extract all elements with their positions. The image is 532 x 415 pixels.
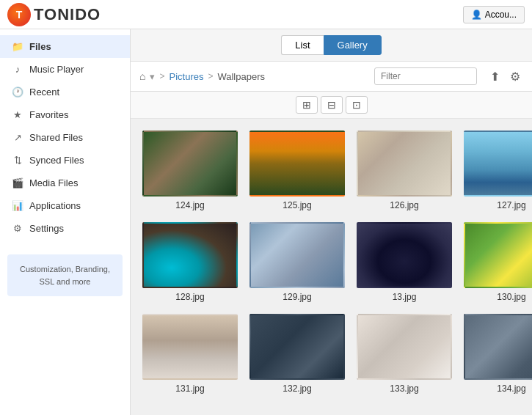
thumbnail-129 (249, 222, 345, 288)
header: T TONIDO 👤 Accou... (0, 0, 532, 29)
sidebar-item-applications[interactable]: 📊 Applications (0, 194, 130, 217)
recent-icon: 🕐 (12, 87, 23, 98)
applications-icon: 📊 (12, 200, 23, 211)
breadcrumb-bar: ⌂ ▾ > Pictures > Wallpapers ⬆ ⚙ (131, 62, 532, 92)
thumbnail-126 (357, 131, 452, 197)
sidebar: 📁 Files ♪ Music Player 🕐 Recent ★ Favori… (0, 29, 131, 415)
sync-icon: ⇅ (12, 155, 23, 166)
filter-input[interactable] (374, 67, 477, 85)
filename-125: 125.jpg (283, 200, 311, 210)
breadcrumb-pictures[interactable]: Pictures (169, 71, 203, 82)
list-item[interactable]: 125.jpg (249, 131, 345, 210)
sidebar-label-files: Files (29, 41, 51, 52)
sidebar-item-synced-files[interactable]: ⇅ Synced Files (0, 149, 130, 172)
sidebar-item-music-player[interactable]: ♪ Music Player (0, 58, 130, 81)
files-icon: 📁 (12, 41, 23, 52)
thumbnail-130 (464, 222, 532, 288)
filename-127: 127.jpg (497, 200, 525, 210)
sidebar-label-applications: Applications (29, 200, 81, 211)
list-item[interactable]: 131.jpg (142, 314, 238, 394)
sidebar-label-media: Media Files (29, 177, 78, 188)
share-icon: ↗ (12, 132, 23, 143)
sidebar-item-media-files[interactable]: 🎬 Media Files (0, 172, 130, 194)
filename-130: 130.jpg (497, 292, 525, 302)
filename-13: 13.jpg (393, 292, 417, 302)
list-item[interactable]: 128.jpg (142, 222, 238, 302)
logo: T TONIDO (7, 3, 101, 26)
size-small-button[interactable]: ⊞ (296, 96, 318, 114)
list-item[interactable]: 134.jpg (464, 314, 532, 394)
logo-text: TONIDO (34, 5, 101, 24)
sidebar-item-shared-files[interactable]: ↗ Shared Files (0, 126, 130, 149)
person-icon: 👤 (471, 10, 482, 20)
sidebar-label-recent: Recent (29, 87, 59, 98)
list-item[interactable]: 127.jpg (464, 131, 532, 210)
breadcrumb-sep-2: > (208, 71, 213, 81)
music-icon: ♪ (12, 64, 23, 75)
thumbnail-132 (249, 314, 345, 380)
filename-132: 132.jpg (283, 383, 311, 394)
sidebar-label-shared: Shared Files (29, 132, 83, 143)
list-item[interactable]: 129.jpg (249, 222, 345, 302)
list-item[interactable]: 133.jpg (357, 314, 452, 394)
sidebar-label-music: Music Player (29, 64, 84, 75)
thumbnail-128 (142, 222, 238, 288)
settings-action-button[interactable]: ⚙ (507, 68, 523, 85)
filename-124: 124.jpg (175, 200, 204, 210)
filename-131: 131.jpg (175, 383, 204, 394)
thumbnail-13 (357, 222, 452, 288)
media-icon: 🎬 (12, 177, 23, 188)
main-layout: 📁 Files ♪ Music Player 🕐 Recent ★ Favori… (0, 29, 532, 415)
filename-129: 129.jpg (283, 292, 311, 302)
list-item[interactable]: 124.jpg (142, 131, 238, 210)
logo-icon: T (7, 3, 31, 26)
account-label: Accou... (485, 10, 517, 20)
list-item[interactable]: 132.jpg (249, 314, 345, 394)
sidebar-item-favorites[interactable]: ★ Favorites (0, 103, 130, 126)
size-bar: ⊞ ⊟ ⊡ (131, 92, 532, 119)
sidebar-label-settings: Settings (29, 223, 64, 234)
account-button[interactable]: 👤 Accou... (463, 6, 525, 23)
list-item[interactable]: 126.jpg (357, 131, 452, 210)
list-item[interactable]: 13.jpg (357, 222, 452, 302)
breadcrumb-wallpapers: Wallpapers (217, 71, 265, 82)
thumbnail-125 (249, 131, 345, 197)
gallery-area: 124.jpg 125.jpg 126.jpg 127.jpg 128.jpg (131, 119, 532, 415)
thumbnail-133 (357, 314, 452, 380)
sidebar-label-synced: Synced Files (29, 155, 84, 166)
breadcrumb-dropdown-icon[interactable]: ▾ (150, 71, 155, 82)
settings-icon: ⚙ (12, 223, 23, 234)
sidebar-promo: Customization, Branding, SSL and more (7, 254, 123, 296)
view-toggle-bar: List Gallery (131, 29, 532, 62)
content-area: List Gallery ⌂ ▾ > Pictures > Wallpapers… (131, 29, 532, 415)
list-view-button[interactable]: List (281, 35, 323, 55)
home-breadcrumb[interactable]: ⌂ (139, 70, 145, 82)
gallery-grid: 124.jpg 125.jpg 126.jpg 127.jpg 128.jpg (142, 131, 520, 394)
thumbnail-134 (464, 314, 532, 380)
filename-128: 128.jpg (175, 292, 204, 302)
sidebar-item-settings[interactable]: ⚙ Settings (0, 217, 130, 240)
sidebar-label-favorites: Favorites (29, 109, 68, 120)
sidebar-item-files[interactable]: 📁 Files (0, 35, 130, 58)
promo-text: Customization, Branding, SSL and more (20, 265, 110, 286)
thumbnail-131 (142, 314, 238, 380)
size-medium-button[interactable]: ⊟ (321, 96, 343, 114)
list-item[interactable]: 130.jpg (464, 222, 532, 302)
filename-133: 133.jpg (390, 383, 418, 394)
upload-button[interactable]: ⬆ (487, 68, 503, 85)
thumbnail-127 (464, 131, 532, 197)
size-large-button[interactable]: ⊡ (346, 96, 368, 114)
breadcrumb-actions: ⬆ ⚙ (487, 68, 523, 85)
filename-134: 134.jpg (497, 383, 525, 394)
filename-126: 126.jpg (390, 200, 418, 210)
thumbnail-124 (142, 131, 238, 197)
star-icon: ★ (12, 109, 23, 120)
sidebar-item-recent[interactable]: 🕐 Recent (0, 81, 130, 103)
gallery-view-button[interactable]: Gallery (324, 35, 382, 55)
breadcrumb-sep-1: > (159, 71, 164, 81)
